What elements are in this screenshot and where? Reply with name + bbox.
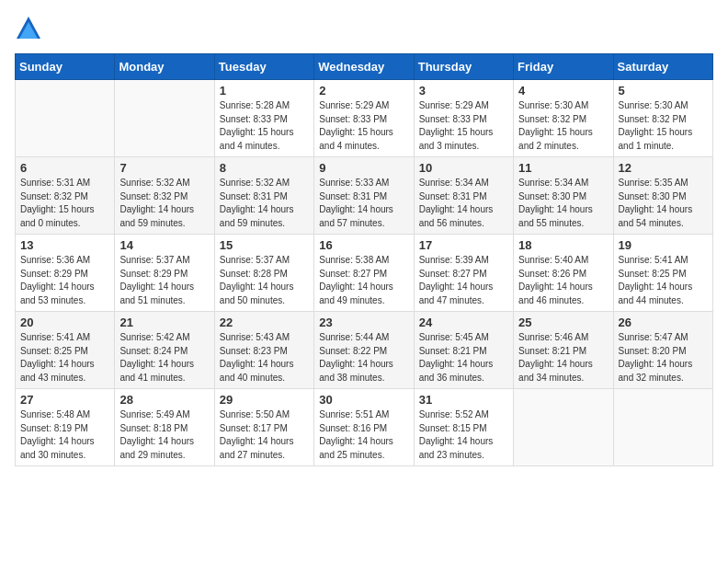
day-number: 7 xyxy=(119,161,209,175)
calendar-cell: 4Sunrise: 5:30 AM Sunset: 8:32 PM Daylig… xyxy=(514,80,613,157)
day-number: 8 xyxy=(220,161,309,175)
calendar-week-row: 27Sunrise: 5:48 AM Sunset: 8:19 PM Dayli… xyxy=(16,389,713,466)
calendar-week-row: 20Sunrise: 5:41 AM Sunset: 8:25 PM Dayli… xyxy=(16,312,713,389)
day-number: 16 xyxy=(319,238,408,252)
calendar-cell: 1Sunrise: 5:28 AM Sunset: 8:33 PM Daylig… xyxy=(214,80,313,157)
day-number: 14 xyxy=(119,238,209,252)
calendar-cell: 7Sunrise: 5:32 AM Sunset: 8:32 PM Daylig… xyxy=(115,157,214,235)
day-number: 27 xyxy=(20,393,109,407)
calendar-cell: 24Sunrise: 5:45 AM Sunset: 8:21 PM Dayli… xyxy=(414,312,513,389)
calendar-cell: 11Sunrise: 5:34 AM Sunset: 8:30 PM Dayli… xyxy=(514,157,613,235)
calendar-cell: 29Sunrise: 5:50 AM Sunset: 8:17 PM Dayli… xyxy=(214,389,313,466)
calendar-cell: 22Sunrise: 5:43 AM Sunset: 8:23 PM Dayli… xyxy=(214,312,313,389)
day-info: Sunrise: 5:48 AM Sunset: 8:19 PM Dayligh… xyxy=(20,408,109,462)
calendar-cell: 13Sunrise: 5:36 AM Sunset: 8:29 PM Dayli… xyxy=(16,235,115,312)
calendar-cell: 8Sunrise: 5:32 AM Sunset: 8:31 PM Daylig… xyxy=(214,157,313,235)
calendar-cell: 3Sunrise: 5:29 AM Sunset: 8:33 PM Daylig… xyxy=(414,80,513,157)
day-number: 4 xyxy=(518,84,608,98)
calendar-cell: 23Sunrise: 5:44 AM Sunset: 8:22 PM Dayli… xyxy=(314,312,414,389)
day-info: Sunrise: 5:38 AM Sunset: 8:27 PM Dayligh… xyxy=(319,254,408,307)
calendar-cell: 17Sunrise: 5:39 AM Sunset: 8:27 PM Dayli… xyxy=(414,235,513,312)
day-number: 13 xyxy=(20,238,109,252)
calendar-week-row: 6Sunrise: 5:31 AM Sunset: 8:32 PM Daylig… xyxy=(16,157,713,235)
day-number: 29 xyxy=(220,393,309,407)
calendar-cell: 20Sunrise: 5:41 AM Sunset: 8:25 PM Dayli… xyxy=(16,312,115,389)
calendar-cell: 12Sunrise: 5:35 AM Sunset: 8:30 PM Dayli… xyxy=(613,157,712,235)
weekday-header: Thursday xyxy=(414,54,513,80)
day-number: 21 xyxy=(119,316,209,329)
day-info: Sunrise: 5:40 AM Sunset: 8:26 PM Dayligh… xyxy=(518,254,608,307)
calendar-cell: 26Sunrise: 5:47 AM Sunset: 8:20 PM Dayli… xyxy=(613,312,712,389)
day-number: 31 xyxy=(419,393,508,407)
day-info: Sunrise: 5:41 AM Sunset: 8:25 PM Dayligh… xyxy=(619,254,708,307)
day-info: Sunrise: 5:42 AM Sunset: 8:24 PM Dayligh… xyxy=(119,331,209,385)
weekday-header: Wednesday xyxy=(314,54,414,80)
day-number: 25 xyxy=(518,316,608,329)
calendar-table: SundayMondayTuesdayWednesdayThursdayFrid… xyxy=(15,53,713,466)
day-info: Sunrise: 5:39 AM Sunset: 8:27 PM Dayligh… xyxy=(419,254,508,307)
weekday-header: Friday xyxy=(514,54,613,80)
day-info: Sunrise: 5:30 AM Sunset: 8:32 PM Dayligh… xyxy=(518,99,608,153)
calendar-cell: 5Sunrise: 5:30 AM Sunset: 8:32 PM Daylig… xyxy=(613,80,712,157)
day-number: 23 xyxy=(319,316,408,329)
calendar-cell: 9Sunrise: 5:33 AM Sunset: 8:31 PM Daylig… xyxy=(314,157,414,235)
day-number: 9 xyxy=(319,161,408,175)
day-info: Sunrise: 5:32 AM Sunset: 8:32 PM Dayligh… xyxy=(119,177,209,230)
day-info: Sunrise: 5:34 AM Sunset: 8:31 PM Dayligh… xyxy=(419,177,508,230)
calendar-cell xyxy=(16,80,115,157)
calendar-cell: 6Sunrise: 5:31 AM Sunset: 8:32 PM Daylig… xyxy=(16,157,115,235)
day-info: Sunrise: 5:46 AM Sunset: 8:21 PM Dayligh… xyxy=(518,331,608,385)
calendar-header-row: SundayMondayTuesdayWednesdayThursdayFrid… xyxy=(16,54,713,80)
weekday-header: Sunday xyxy=(16,54,115,80)
logo xyxy=(15,15,46,42)
calendar-cell: 19Sunrise: 5:41 AM Sunset: 8:25 PM Dayli… xyxy=(613,235,712,312)
day-info: Sunrise: 5:47 AM Sunset: 8:20 PM Dayligh… xyxy=(619,331,708,385)
day-number: 26 xyxy=(619,316,708,329)
day-number: 2 xyxy=(319,84,408,98)
calendar-week-row: 13Sunrise: 5:36 AM Sunset: 8:29 PM Dayli… xyxy=(16,235,713,312)
day-info: Sunrise: 5:34 AM Sunset: 8:30 PM Dayligh… xyxy=(518,177,608,230)
day-info: Sunrise: 5:29 AM Sunset: 8:33 PM Dayligh… xyxy=(319,99,408,153)
day-info: Sunrise: 5:33 AM Sunset: 8:31 PM Dayligh… xyxy=(319,177,408,230)
day-info: Sunrise: 5:28 AM Sunset: 8:33 PM Dayligh… xyxy=(220,99,309,153)
day-number: 24 xyxy=(419,316,508,329)
day-number: 19 xyxy=(619,238,708,252)
day-number: 30 xyxy=(319,393,408,407)
calendar-cell: 18Sunrise: 5:40 AM Sunset: 8:26 PM Dayli… xyxy=(514,235,613,312)
day-info: Sunrise: 5:30 AM Sunset: 8:32 PM Dayligh… xyxy=(619,99,708,153)
calendar-cell: 25Sunrise: 5:46 AM Sunset: 8:21 PM Dayli… xyxy=(514,312,613,389)
day-number: 18 xyxy=(518,238,608,252)
day-number: 10 xyxy=(419,161,508,175)
day-info: Sunrise: 5:37 AM Sunset: 8:29 PM Dayligh… xyxy=(119,254,209,307)
day-info: Sunrise: 5:49 AM Sunset: 8:18 PM Dayligh… xyxy=(119,408,209,462)
day-info: Sunrise: 5:32 AM Sunset: 8:31 PM Dayligh… xyxy=(220,177,309,230)
day-number: 6 xyxy=(20,161,109,175)
calendar-week-row: 1Sunrise: 5:28 AM Sunset: 8:33 PM Daylig… xyxy=(16,80,713,157)
day-info: Sunrise: 5:52 AM Sunset: 8:15 PM Dayligh… xyxy=(419,408,508,462)
calendar-cell: 14Sunrise: 5:37 AM Sunset: 8:29 PM Dayli… xyxy=(115,235,214,312)
day-info: Sunrise: 5:36 AM Sunset: 8:29 PM Dayligh… xyxy=(20,254,109,307)
calendar-cell xyxy=(115,80,214,157)
page-header xyxy=(15,15,713,42)
day-number: 22 xyxy=(220,316,309,329)
day-number: 1 xyxy=(220,84,309,98)
day-info: Sunrise: 5:44 AM Sunset: 8:22 PM Dayligh… xyxy=(319,331,408,385)
day-number: 17 xyxy=(419,238,508,252)
calendar-cell: 28Sunrise: 5:49 AM Sunset: 8:18 PM Dayli… xyxy=(115,389,214,466)
day-info: Sunrise: 5:29 AM Sunset: 8:33 PM Dayligh… xyxy=(419,99,508,153)
calendar-cell: 16Sunrise: 5:38 AM Sunset: 8:27 PM Dayli… xyxy=(314,235,414,312)
calendar-cell: 27Sunrise: 5:48 AM Sunset: 8:19 PM Dayli… xyxy=(16,389,115,466)
day-number: 12 xyxy=(619,161,708,175)
day-number: 15 xyxy=(220,238,309,252)
day-number: 28 xyxy=(119,393,209,407)
calendar-cell: 21Sunrise: 5:42 AM Sunset: 8:24 PM Dayli… xyxy=(115,312,214,389)
day-info: Sunrise: 5:41 AM Sunset: 8:25 PM Dayligh… xyxy=(20,331,109,385)
day-info: Sunrise: 5:45 AM Sunset: 8:21 PM Dayligh… xyxy=(419,331,508,385)
calendar-cell: 30Sunrise: 5:51 AM Sunset: 8:16 PM Dayli… xyxy=(314,389,414,466)
weekday-header: Tuesday xyxy=(214,54,313,80)
day-info: Sunrise: 5:35 AM Sunset: 8:30 PM Dayligh… xyxy=(619,177,708,230)
day-number: 11 xyxy=(518,161,608,175)
calendar-cell: 10Sunrise: 5:34 AM Sunset: 8:31 PM Dayli… xyxy=(414,157,513,235)
logo-icon xyxy=(15,15,42,42)
day-number: 20 xyxy=(20,316,109,329)
